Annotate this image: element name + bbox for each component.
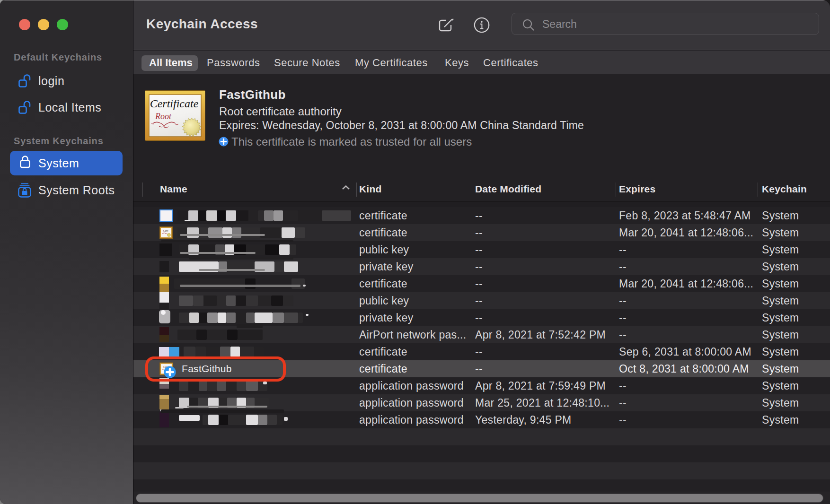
svg-text:Root: Root xyxy=(155,112,172,121)
svg-text:Certificate: Certificate xyxy=(150,97,199,110)
svg-text:Cert: Cert xyxy=(163,229,168,232)
